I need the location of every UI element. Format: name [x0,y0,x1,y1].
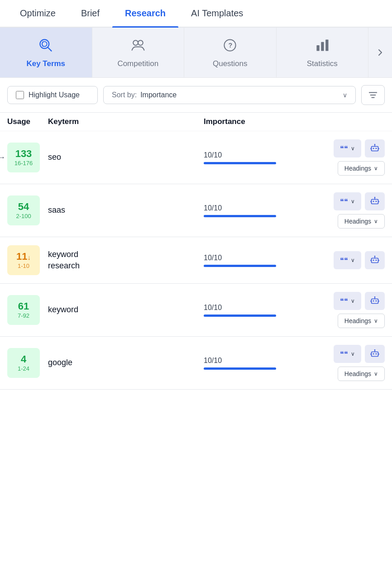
robot-icon [370,348,379,359]
importance-score: 10/10 [204,357,303,365]
quote-button[interactable]: ❝❝∨ [334,292,361,310]
quote-button[interactable]: ❝❝∨ [334,345,361,363]
keyword-row: 13316-176seo10/10❝❝∨ Headings∨ [0,131,392,184]
robot-button[interactable] [365,139,385,157]
svg-rect-41 [372,352,378,357]
svg-rect-27 [372,258,378,263]
quote-icon: ❝❝ [340,297,348,305]
usage-range: 1-10 [18,262,29,269]
headings-chevron: ∨ [374,318,378,324]
action-row: ❝❝∨ [334,139,385,157]
highlight-usage-checkbox[interactable]: Highlight Usage [7,86,98,104]
highlight-checkbox-input[interactable] [16,91,24,99]
svg-rect-34 [372,299,378,304]
quote-button[interactable]: ❝❝∨ [334,139,361,157]
svg-point-38 [374,296,376,298]
action-row: ❝❝∨ [334,251,385,269]
svg-rect-28 [373,260,374,261]
importance-col: 10/10 [204,357,303,370]
svg-rect-9 [325,39,328,51]
robot-button[interactable] [365,192,385,210]
sub-tab-competition[interactable]: Competition [92,28,185,77]
svg-rect-22 [376,201,377,202]
usage-count: 133 [15,148,32,159]
svg-rect-36 [376,300,377,302]
sub-tabs: Key Terms Competition ? Questions Statis… [0,28,392,78]
usage-column-header: Usage [7,117,48,126]
headings-label: Headings [344,317,371,324]
actions-col: ❝❝∨ Headings∨ [303,345,385,381]
toolbar: Highlight Usage Sort by: Importance ∨ [0,78,392,113]
tab-optimize[interactable]: Optimize [7,0,68,27]
importance-col: 10/10 [204,204,303,217]
quote-chevron: ∨ [351,257,355,263]
competition-icon [130,37,146,56]
headings-button[interactable]: Headings∨ [338,314,385,328]
headings-chevron: ∨ [374,218,378,224]
key-terms-label: Key Terms [26,59,65,68]
sub-tab-questions[interactable]: ? Questions [184,28,277,77]
robot-button[interactable] [365,251,385,269]
table-header: Usage Keyterm Importance [0,113,392,131]
headings-button[interactable]: Headings∨ [338,214,385,229]
importance-col: 10/10 [204,151,303,164]
keyword-row: 617-92keyword10/10❝❝∨ Headings∨ [0,284,392,337]
svg-point-4 [138,40,143,45]
highlight-usage-label: Highlight Usage [29,91,80,99]
filter-button[interactable] [361,85,385,105]
top-nav: OptimizeBriefResearchAI Templates [0,0,392,28]
svg-rect-35 [373,300,374,302]
keyword-row: 542-100saas10/10❝❝∨ Headings∨ [0,184,392,237]
svg-point-17 [374,144,376,145]
quote-button[interactable]: ❝❝∨ [334,192,361,210]
action-row: ❝❝∨ [334,345,385,363]
importance-bar-fill [204,265,276,267]
tab-research[interactable]: Research [112,0,178,27]
quote-icon: ❝❝ [340,144,348,153]
sort-value: Importance [140,91,339,99]
usage-badge: 617-92 [7,295,40,325]
keyterm-text: google [48,357,204,368]
tab-ai-templates[interactable]: AI Templates [178,0,256,27]
robot-button[interactable] [365,292,385,310]
action-row: ❝❝∨ [334,192,385,210]
key-terms-icon [38,37,54,56]
robot-button[interactable] [365,345,385,363]
usage-count: 4 [21,354,26,365]
svg-point-45 [374,349,376,351]
headings-label: Headings [344,165,371,172]
quote-button[interactable]: ❝❝∨ [334,251,361,269]
robot-icon [370,196,379,207]
actions-col: ❝❝∨ [303,251,385,269]
competition-label: Competition [117,59,158,68]
importance-bar-bg [204,265,276,267]
importance-bar-bg [204,315,276,317]
tab-brief[interactable]: Brief [68,0,112,27]
actions-col: ❝❝∨ Headings∨ [303,292,385,328]
keyword-row: 11↓1-10keyword research10/10❝❝∨ [0,237,392,284]
action-row: ❝❝∨ [334,292,385,310]
usage-range: 2-100 [16,213,31,219]
statistics-icon [314,37,330,56]
keyterm-text: seo [48,152,204,163]
importance-col: 10/10 [204,254,303,267]
keyterm-text: keyword [48,304,204,315]
robot-icon [370,296,379,306]
svg-rect-15 [376,148,377,149]
quote-chevron: ∨ [351,351,355,357]
sub-tabs-more-button[interactable] [368,28,392,77]
importance-col: 10/10 [204,304,303,317]
robot-icon [370,255,379,266]
keyterm-column-header: Keyterm [48,117,204,126]
svg-rect-21 [373,201,374,202]
sub-tab-key-terms[interactable]: Key Terms [0,28,92,77]
sub-tab-statistics[interactable]: Statistics [277,28,369,77]
usage-badge: 41-24 [7,348,40,378]
headings-button[interactable]: Headings∨ [338,367,385,381]
svg-point-3 [133,40,138,45]
keyword-row: 41-24google10/10❝❝∨ Headings∨ [0,337,392,390]
headings-button[interactable]: Headings∨ [338,161,385,176]
sort-control[interactable]: Sort by: Importance ∨ [103,86,356,104]
questions-label: Questions [213,59,248,68]
quote-chevron: ∨ [351,298,355,304]
